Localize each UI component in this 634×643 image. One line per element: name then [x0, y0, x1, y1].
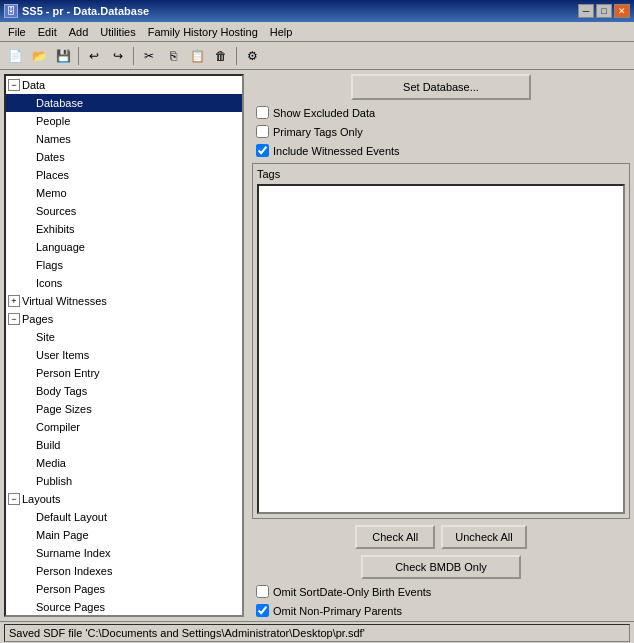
settings-button[interactable]: ⚙	[241, 45, 263, 67]
toolbar: 📄 📂 💾 ↩ ↪ ✂ ⎘ 📋 🗑 ⚙	[0, 42, 634, 70]
tags-group: Tags	[252, 163, 630, 519]
expand-icon-virtual-witnesses[interactable]: +	[8, 295, 20, 307]
tree-item-flags[interactable]: Flags	[6, 256, 242, 274]
window-title: SS5 - pr - Data.Database	[22, 5, 149, 17]
include-witnessed-row: Include Witnessed Events	[256, 144, 630, 157]
expand-icon-pages[interactable]: −	[8, 313, 20, 325]
tree-item-person-indexes[interactable]: Person Indexes	[6, 562, 242, 580]
tree-item-people[interactable]: People	[6, 112, 242, 130]
tree-item-places[interactable]: Places	[6, 166, 242, 184]
tree-item-compiler[interactable]: Compiler	[6, 418, 242, 436]
expand-icon-layouts[interactable]: −	[8, 493, 20, 505]
tree-item-source-pages[interactable]: Source Pages	[6, 598, 242, 615]
tree-item-data[interactable]: − Data	[6, 76, 242, 94]
menu-add[interactable]: Add	[63, 24, 95, 40]
undo-button[interactable]: ↩	[83, 45, 105, 67]
show-excluded-row: Show Excluded Data	[256, 106, 630, 119]
menu-edit[interactable]: Edit	[32, 24, 63, 40]
tree-label-body-tags: Body Tags	[36, 385, 87, 397]
check-bmdb-row: Check BMDB Only	[252, 555, 630, 579]
tree-label-build: Build	[36, 439, 60, 451]
tree-label-media: Media	[36, 457, 66, 469]
check-bmdb-button[interactable]: Check BMDB Only	[361, 555, 521, 579]
tree-label-person-indexes: Person Indexes	[36, 565, 112, 577]
toolbar-separator-1	[78, 47, 79, 65]
tree-item-icons[interactable]: Icons	[6, 274, 242, 292]
tree-item-site[interactable]: Site	[6, 328, 242, 346]
check-all-button[interactable]: Check All	[355, 525, 435, 549]
tree-label-places: Places	[36, 169, 69, 181]
show-excluded-checkbox[interactable]	[256, 106, 269, 119]
tree-panel[interactable]: − Data Database People Names Dates Pl	[4, 74, 244, 617]
title-bar: 🗄 SS5 - pr - Data.Database ─ □ ✕	[0, 0, 634, 22]
tree-item-surname-index[interactable]: Surname Index	[6, 544, 242, 562]
tree-label-database: Database	[36, 97, 83, 109]
tags-listbox[interactable]	[257, 184, 625, 514]
uncheck-all-button[interactable]: Uncheck All	[441, 525, 526, 549]
tree-label-site: Site	[36, 331, 55, 343]
menu-utilities[interactable]: Utilities	[94, 24, 141, 40]
tree-label-data: Data	[22, 79, 45, 91]
tree-item-layouts[interactable]: − Layouts	[6, 490, 242, 508]
cut-button[interactable]: ✂	[138, 45, 160, 67]
tree-item-pages[interactable]: − Pages	[6, 310, 242, 328]
toolbar-separator-3	[236, 47, 237, 65]
tree-item-page-sizes[interactable]: Page Sizes	[6, 400, 242, 418]
close-button[interactable]: ✕	[614, 4, 630, 18]
menu-file[interactable]: File	[2, 24, 32, 40]
set-database-button[interactable]: Set Database...	[351, 74, 531, 100]
primary-tags-checkbox[interactable]	[256, 125, 269, 138]
tree-item-build[interactable]: Build	[6, 436, 242, 454]
include-witnessed-checkbox[interactable]	[256, 144, 269, 157]
tree-item-memo[interactable]: Memo	[6, 184, 242, 202]
save-button[interactable]: 💾	[52, 45, 74, 67]
tree-item-language[interactable]: Language	[6, 238, 242, 256]
include-witnessed-label: Include Witnessed Events	[273, 145, 400, 157]
tree-label-page-sizes: Page Sizes	[36, 403, 92, 415]
tree-item-virtual-witnesses[interactable]: + Virtual Witnesses	[6, 292, 242, 310]
tree-item-media[interactable]: Media	[6, 454, 242, 472]
redo-button[interactable]: ↪	[107, 45, 129, 67]
tree-item-user-items[interactable]: User Items	[6, 346, 242, 364]
open-button[interactable]: 📂	[28, 45, 50, 67]
omit-sort-date-row: Omit SortDate-Only Birth Events	[256, 585, 630, 598]
menu-bar: File Edit Add Utilities Family History H…	[0, 22, 634, 42]
menu-family-history[interactable]: Family History Hosting	[142, 24, 264, 40]
tree-item-sources[interactable]: Sources	[6, 202, 242, 220]
tree-label-user-items: User Items	[36, 349, 89, 361]
tree-label-person-entry: Person Entry	[36, 367, 100, 379]
tree-item-person-entry[interactable]: Person Entry	[6, 364, 242, 382]
tree-label-pages: Pages	[22, 313, 53, 325]
omit-sort-date-label: Omit SortDate-Only Birth Events	[273, 586, 431, 598]
tree-label-sources: Sources	[36, 205, 76, 217]
minimize-button[interactable]: ─	[578, 4, 594, 18]
omit-non-primary-checkbox[interactable]	[256, 604, 269, 617]
tree-item-default-layout[interactable]: Default Layout	[6, 508, 242, 526]
tree-item-main-page[interactable]: Main Page	[6, 526, 242, 544]
expand-icon-data[interactable]: −	[8, 79, 20, 91]
tree-item-database[interactable]: Database	[6, 94, 242, 112]
omit-non-primary-label: Omit Non-Primary Parents	[273, 605, 402, 617]
status-text: Saved SDF file 'C:\Documents and Setting…	[4, 624, 630, 642]
tree-label-publish: Publish	[36, 475, 72, 487]
tree-label-language: Language	[36, 241, 85, 253]
tree-item-publish[interactable]: Publish	[6, 472, 242, 490]
primary-tags-label: Primary Tags Only	[273, 126, 363, 138]
tree-item-person-pages[interactable]: Person Pages	[6, 580, 242, 598]
maximize-button[interactable]: □	[596, 4, 612, 18]
new-button[interactable]: 📄	[4, 45, 26, 67]
tree-item-names[interactable]: Names	[6, 130, 242, 148]
copy-button[interactable]: ⎘	[162, 45, 184, 67]
omit-sort-date-checkbox[interactable]	[256, 585, 269, 598]
tree-label-main-page: Main Page	[36, 529, 89, 541]
paste-button[interactable]: 📋	[186, 45, 208, 67]
omit-non-primary-row: Omit Non-Primary Parents	[256, 604, 630, 617]
tree-item-exhibits[interactable]: Exhibits	[6, 220, 242, 238]
show-excluded-label: Show Excluded Data	[273, 107, 375, 119]
tree-item-dates[interactable]: Dates	[6, 148, 242, 166]
menu-help[interactable]: Help	[264, 24, 299, 40]
tree-item-body-tags[interactable]: Body Tags	[6, 382, 242, 400]
tree-scrollable[interactable]: − Data Database People Names Dates Pl	[6, 76, 242, 615]
delete-button[interactable]: 🗑	[210, 45, 232, 67]
app-icon: 🗄	[4, 4, 18, 18]
